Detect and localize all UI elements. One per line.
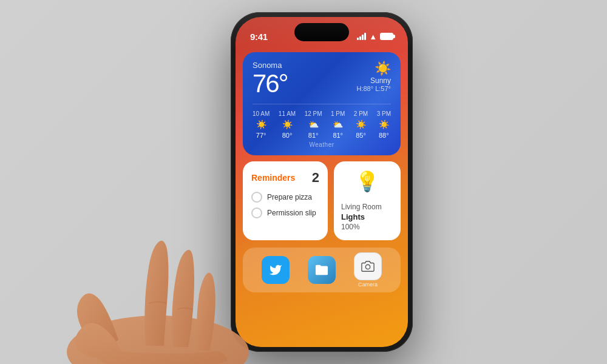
weather-widget-label: Weather [253,141,391,148]
weather-hour-3: 12 PM ⛅ 81° [305,110,322,139]
reminders-title: Reminders [251,173,295,183]
camera-label: Camera [358,281,378,288]
files-icon[interactable] [308,256,336,284]
scene: 9:41 ▲ ☀️ [0,0,607,364]
lights-name: Living Room Lights 100% [341,203,393,232]
svg-point-0 [365,265,370,269]
lights-percent: 100% [341,223,360,231]
status-bar: 9:41 ▲ [236,17,408,47]
lights-name-bold: Lights [341,212,393,223]
wifi-icon: ▲ [369,32,377,41]
weather-high-low: H:88° L:57° [356,85,391,92]
weather-hourly: 10 AM ☀️ 77° 11 AM ☀️ 80° 12 PM ⛅ 81° [253,104,391,139]
battery-icon [380,33,393,40]
hand-illustration [30,182,285,364]
weather-hour-6: 3 PM ☀️ 88° [377,110,391,139]
weather-right: ☀️ Sunny H:88° L:57° [356,61,391,92]
weather-hour-5: 2 PM ☀️ 85° [354,110,368,139]
status-time: 9:41 [250,32,268,42]
weather-hour-4: 1 PM ⛅ 81° [331,110,345,139]
weather-sun-icon: ☀️ [356,61,391,76]
bulb-icon: 💡 [341,170,393,193]
weather-widget[interactable]: ☀️ Sunny H:88° L:57° Sonoma 76° 10 AM ☀️… [243,52,401,155]
weather-hour-2: 11 AM ☀️ 80° [279,110,296,139]
camera-icon[interactable] [354,252,382,280]
signal-icon [357,33,366,40]
weather-hour-1: 10 AM ☀️ 77° [253,110,270,139]
weather-condition: Sunny [356,76,391,85]
dynamic-island [294,23,349,41]
dock-item-camera[interactable]: Camera [354,252,382,288]
dock-item-files[interactable] [308,256,336,284]
lights-widget[interactable]: 💡 Living Room Lights 100% [334,161,401,240]
reminders-count: 2 [312,170,319,186]
status-icons: ▲ [357,32,393,41]
